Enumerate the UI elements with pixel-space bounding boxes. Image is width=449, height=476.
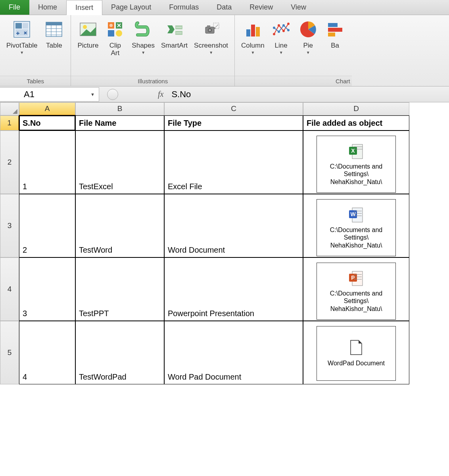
pie-chart-button[interactable]: Pie ▼ bbox=[295, 17, 322, 76]
svg-line-27 bbox=[214, 25, 218, 29]
formula-bar: A1 ▼ fx S.No bbox=[0, 86, 449, 102]
svg-rect-30 bbox=[246, 29, 250, 36]
dropdown-arrow-icon: ▼ bbox=[306, 50, 310, 55]
cell-d1[interactable]: File added as object bbox=[303, 115, 409, 131]
group-label-tables: Tables bbox=[0, 76, 71, 86]
ribbon-group-illustrations: Picture Clip Art bbox=[71, 15, 235, 86]
name-box[interactable]: A1 ▼ bbox=[0, 87, 99, 102]
svg-point-38 bbox=[278, 31, 280, 33]
svg-point-16 bbox=[116, 30, 122, 36]
ribbon-group-charts: Column ▼ Line ▼ bbox=[235, 15, 352, 86]
table-button[interactable]: Table bbox=[40, 17, 67, 76]
row-header-5[interactable]: 5 bbox=[0, 321, 19, 384]
picture-icon bbox=[78, 19, 98, 40]
cell-d3[interactable]: W C:\Documents and Settings\ NehaKishor_… bbox=[303, 194, 409, 257]
tab-file[interactable]: File bbox=[0, 0, 29, 15]
cell-b3[interactable]: TestWord bbox=[75, 194, 164, 257]
tab-data[interactable]: Data bbox=[208, 0, 241, 15]
dropdown-arrow-icon: ▼ bbox=[251, 50, 255, 55]
embedded-wordpad-object[interactable]: WordPad Document bbox=[317, 326, 396, 381]
cell-d4[interactable]: P C:\Documents and Settings\ NehaKishor_… bbox=[303, 257, 409, 321]
cell-b2[interactable]: TestExcel bbox=[75, 131, 164, 194]
smartart-button[interactable]: SmartArt bbox=[158, 17, 191, 76]
cell-a3[interactable]: 2 bbox=[19, 194, 75, 257]
bar-chart-button[interactable]: Ba bbox=[322, 17, 349, 76]
cell-c3[interactable]: Word Document bbox=[164, 194, 303, 257]
svg-text:P: P bbox=[351, 274, 355, 281]
screenshot-button[interactable]: Screenshot ▼ bbox=[191, 17, 231, 76]
svg-rect-25 bbox=[207, 25, 210, 27]
svg-point-33 bbox=[273, 33, 275, 35]
ribbon-tabs: File Home Insert Page Layout Formulas Da… bbox=[0, 0, 449, 15]
line-chart-button[interactable]: Line ▼ bbox=[268, 17, 295, 76]
cell-a5[interactable]: 4 bbox=[19, 321, 75, 384]
line-chart-icon bbox=[271, 19, 292, 40]
picture-button[interactable]: Picture bbox=[74, 17, 102, 76]
cell-c2[interactable]: Excel File bbox=[164, 131, 303, 194]
row-header-3[interactable]: 3 bbox=[0, 194, 19, 257]
name-box-dropdown-icon[interactable]: ▼ bbox=[90, 92, 95, 97]
pivottable-icon bbox=[12, 19, 32, 40]
object-path: C:\Documents and Settings\ NehaKishor_Na… bbox=[319, 163, 394, 186]
cell-c5[interactable]: Word Pad Document bbox=[164, 321, 303, 384]
row-header-2[interactable]: 2 bbox=[0, 131, 19, 194]
cell-a4[interactable]: 3 bbox=[19, 257, 75, 321]
svg-rect-32 bbox=[256, 27, 260, 36]
tab-formulas[interactable]: Formulas bbox=[160, 0, 208, 15]
group-label-illustrations: Illustrations bbox=[71, 76, 234, 86]
object-path: C:\Documents and Settings\ NehaKishor_Na… bbox=[319, 226, 394, 249]
fx-expand-button[interactable] bbox=[107, 89, 118, 100]
column-chart-button[interactable]: Column ▼ bbox=[238, 17, 268, 76]
dropdown-arrow-icon: ▼ bbox=[20, 50, 24, 55]
powerpoint-file-icon: P bbox=[348, 270, 364, 287]
svg-point-12 bbox=[83, 25, 87, 29]
svg-rect-2 bbox=[23, 23, 28, 29]
pivottable-button[interactable]: PivotTable ▼ bbox=[3, 17, 40, 76]
tab-review[interactable]: Review bbox=[241, 0, 282, 15]
cell-a2[interactable]: 1 bbox=[19, 131, 75, 194]
svg-rect-15 bbox=[108, 30, 114, 36]
cell-c1[interactable]: File Type bbox=[164, 115, 303, 131]
shapes-button[interactable]: Shapes ▼ bbox=[129, 17, 158, 76]
formula-input[interactable]: S.No bbox=[171, 89, 191, 100]
cell-a1[interactable]: S.No bbox=[19, 115, 75, 131]
col-header-b[interactable]: B bbox=[75, 102, 164, 115]
cell-b1[interactable]: File Name bbox=[75, 115, 164, 131]
embedded-word-object[interactable]: W C:\Documents and Settings\ NehaKishor_… bbox=[317, 199, 396, 256]
tab-view[interactable]: View bbox=[282, 0, 315, 15]
spreadsheet-grid: A B C D 1 S.No File Name File Type File … bbox=[0, 102, 449, 384]
tab-page-layout[interactable]: Page Layout bbox=[102, 0, 160, 15]
embedded-ppt-object[interactable]: P C:\Documents and Settings\ NehaKishor_… bbox=[317, 263, 396, 320]
svg-text:X: X bbox=[351, 148, 355, 154]
cell-d5[interactable]: WordPad Document bbox=[303, 321, 409, 384]
fx-label[interactable]: fx bbox=[158, 90, 163, 99]
tab-home[interactable]: Home bbox=[29, 0, 66, 15]
svg-rect-41 bbox=[328, 23, 338, 27]
tab-insert[interactable]: Insert bbox=[66, 0, 102, 15]
col-header-c[interactable]: C bbox=[164, 102, 303, 115]
col-header-a[interactable]: A bbox=[19, 102, 75, 115]
smartart-icon bbox=[164, 19, 185, 40]
cell-d2[interactable]: X C:\Documents and Settings\ NehaKishor_… bbox=[303, 131, 409, 194]
ribbon: PivotTable ▼ Table Tabl bbox=[0, 15, 449, 86]
svg-rect-1 bbox=[15, 23, 22, 29]
excel-file-icon: X bbox=[348, 143, 364, 160]
svg-point-34 bbox=[278, 24, 280, 27]
svg-rect-43 bbox=[328, 33, 335, 36]
clipart-button[interactable]: Clip Art bbox=[102, 17, 129, 76]
svg-text:W: W bbox=[350, 211, 356, 217]
bar-chart-icon bbox=[325, 19, 345, 40]
ribbon-group-tables: PivotTable ▼ Table Tabl bbox=[0, 15, 71, 86]
cell-b4[interactable]: TestPPT bbox=[75, 257, 164, 321]
object-path: C:\Documents and Settings\ NehaKishor_Na… bbox=[319, 290, 394, 313]
embedded-excel-object[interactable]: X C:\Documents and Settings\ NehaKishor_… bbox=[317, 136, 396, 193]
svg-point-35 bbox=[282, 30, 285, 32]
select-all-corner[interactable] bbox=[0, 102, 19, 115]
cell-c4[interactable]: Powerpoint Presentation bbox=[164, 257, 303, 321]
row-header-4[interactable]: 4 bbox=[0, 257, 19, 321]
row-header-1[interactable]: 1 bbox=[0, 115, 19, 131]
dropdown-arrow-icon: ▼ bbox=[279, 50, 283, 55]
svg-point-17 bbox=[109, 24, 113, 27]
col-header-d[interactable]: D bbox=[303, 102, 409, 115]
cell-b5[interactable]: TestWordPad bbox=[75, 321, 164, 384]
